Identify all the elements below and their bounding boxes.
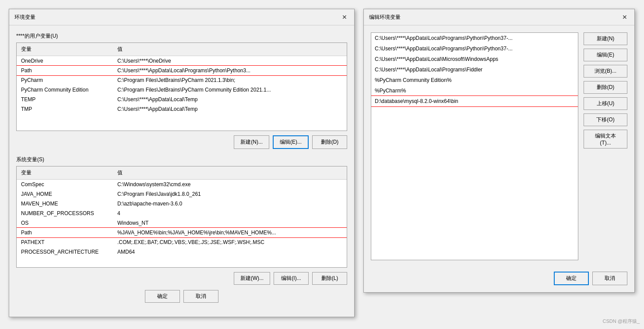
edit-new-button[interactable]: 新建(N) bbox=[584, 32, 627, 45]
user-table-row[interactable]: TMP C:\Users\****\AppData\Local\Temp bbox=[17, 104, 347, 114]
system-row-var: Path bbox=[19, 229, 116, 236]
path-list-item[interactable]: %PyCharm% bbox=[371, 85, 578, 96]
system-table-row[interactable]: OS Windows_NT bbox=[17, 218, 347, 228]
system-new-button[interactable]: 新建(W)... bbox=[234, 272, 270, 285]
env-dialog-title: 环境变量 bbox=[14, 14, 35, 21]
system-row-val: D:\azb\apache-maven-3.6.0 bbox=[116, 200, 344, 207]
system-row-val: Windows_NT bbox=[116, 219, 344, 226]
env-dialog-content: ****的用户变量(U) 变量 值 OneDrive C:\Users\****… bbox=[9, 25, 354, 317]
path-list[interactable]: C:\Users\****\AppData\Local\Programs\Pyt… bbox=[371, 32, 578, 260]
system-table-row[interactable]: Path %JAVA_HOME%\bin;%JAVA_HOME%\jre\bin… bbox=[17, 228, 347, 237]
system-row-var: NUMBER_OF_PROCESSORS bbox=[19, 210, 116, 217]
env-footer-row: 确定 取消 bbox=[16, 285, 347, 310]
user-row-var: PyCharm bbox=[19, 77, 116, 84]
edit-dialog-content: C:\Users\****\AppData\Local\Programs\Pyt… bbox=[364, 25, 634, 267]
user-table-row[interactable]: TEMP C:\Users\****\AppData\Local\Temp bbox=[17, 95, 347, 104]
user-table-row[interactable]: PyCharm C:\Program Files\JetBrains\PyCha… bbox=[17, 75, 347, 85]
user-row-var: Path bbox=[19, 67, 116, 74]
path-list-item[interactable]: C:\Users\****\AppData\Local\Programs\Pyt… bbox=[371, 43, 578, 54]
system-table-row[interactable]: PROCESSOR_ARCHITECTURE AMD64 bbox=[17, 247, 347, 257]
watermark-text: CSDN @程序猿_ bbox=[602, 318, 640, 325]
user-new-button[interactable]: 新建(N)... bbox=[234, 135, 269, 149]
path-list-item[interactable]: C:\Users\****\AppData\Local\Programs\Fid… bbox=[371, 64, 578, 75]
user-section-label: ****的用户变量(U) bbox=[16, 32, 347, 40]
user-row-var: TMP bbox=[19, 106, 116, 113]
system-btn-row: 新建(W)... 编辑(I)... 删除(L) bbox=[16, 272, 347, 285]
edit-env-dialog: 编辑环境变量 ✕ C:\Users\****\AppData\Local\Pro… bbox=[363, 9, 635, 293]
system-table-row[interactable]: ComSpec C:\Windows\system32\cmd.exe bbox=[17, 180, 347, 189]
edit-edittext-button[interactable]: 编辑文本(T)... bbox=[584, 130, 627, 149]
system-row-var: OS bbox=[19, 219, 116, 226]
user-table-body[interactable]: OneDrive C:\Users\****\OneDrive Path C:\… bbox=[17, 56, 347, 131]
user-table-row[interactable]: Path C:\Users\****\AppData\Local\Program… bbox=[17, 66, 347, 75]
edit-delete-button[interactable]: 删除(D) bbox=[584, 81, 627, 94]
system-delete-button[interactable]: 删除(L) bbox=[312, 272, 347, 285]
system-table-body[interactable]: ComSpec C:\Windows\system32\cmd.exe JAVA… bbox=[17, 180, 347, 267]
user-row-var: PyCharm Community Edition bbox=[19, 86, 116, 93]
path-list-item[interactable]: D:\database\mysql-8.2.0-winx64\bin bbox=[371, 96, 578, 106]
user-btn-row: 新建(N)... 编辑(E)... 删除(D) bbox=[16, 135, 347, 149]
system-header-var: 变量 bbox=[19, 168, 116, 177]
user-header-val: 值 bbox=[116, 45, 344, 54]
env-ok-button[interactable]: 确定 bbox=[145, 290, 180, 303]
system-row-val: .COM;.EXE;.BAT;.CMD;.VBS;.VBE;.JS;.JSE;.… bbox=[116, 239, 344, 246]
user-row-var: TEMP bbox=[19, 96, 116, 103]
system-row-val: C:\Windows\system32\cmd.exe bbox=[116, 181, 344, 188]
env-cancel-button[interactable]: 取消 bbox=[183, 290, 218, 303]
system-variables-table: 变量 值 ComSpec C:\Windows\system32\cmd.exe… bbox=[16, 166, 347, 268]
edit-browse-button[interactable]: 浏览(B)... bbox=[584, 65, 627, 78]
system-row-var: PATHEXT bbox=[19, 239, 116, 246]
user-table-row[interactable]: PyCharm Community Edition C:\Program Fil… bbox=[17, 85, 347, 95]
path-list-item[interactable]: C:\Users\****\AppData\Local\Microsoft\Wi… bbox=[371, 54, 578, 64]
system-edit-button[interactable]: 编辑(I)... bbox=[274, 272, 309, 285]
edit-edit-button[interactable]: 编辑(E) bbox=[584, 49, 627, 61]
system-row-var: JAVA_HOME bbox=[19, 191, 116, 198]
user-row-val: C:\Users\****\AppData\Local\Temp bbox=[116, 106, 344, 113]
system-section-label: 系统变量(S) bbox=[16, 156, 347, 163]
user-table-row[interactable]: OneDrive C:\Users\****\OneDrive bbox=[17, 56, 347, 66]
edit-dialog-titlebar: 编辑环境变量 ✕ bbox=[364, 9, 634, 25]
system-table-header: 变量 值 bbox=[17, 166, 347, 180]
system-row-var: ComSpec bbox=[19, 181, 116, 188]
edit-dialog-close-button[interactable]: ✕ bbox=[620, 13, 629, 21]
user-row-val: C:\Users\****\OneDrive bbox=[116, 57, 344, 64]
edit-dialog-title: 编辑环境变量 bbox=[369, 14, 401, 21]
edit-ok-button[interactable]: 确定 bbox=[554, 272, 589, 285]
system-table-row[interactable]: PATHEXT .COM;.EXE;.BAT;.CMD;.VBS;.VBE;.J… bbox=[17, 237, 347, 247]
edit-cancel-button[interactable]: 取消 bbox=[592, 272, 627, 285]
env-variables-dialog: 环境变量 ✕ ****的用户变量(U) 变量 值 OneDrive C:\Use… bbox=[9, 9, 355, 317]
env-dialog-close-button[interactable]: ✕ bbox=[340, 13, 349, 21]
system-row-var: MAVEN_HOME bbox=[19, 200, 116, 207]
edit-footer-row: 确定 取消 bbox=[364, 267, 634, 292]
system-table-row[interactable]: NUMBER_OF_PROCESSORS 4 bbox=[17, 209, 347, 218]
env-dialog-titlebar: 环境变量 ✕ bbox=[9, 9, 354, 25]
system-row-var: PROCESSOR_ARCHITECTURE bbox=[19, 248, 116, 255]
user-row-var: OneDrive bbox=[19, 57, 116, 64]
system-row-val: C:\Program Files\Java\jdk1.8.0_261 bbox=[116, 191, 344, 198]
system-header-val: 值 bbox=[116, 168, 344, 177]
system-row-val: %JAVA_HOME%\bin;%JAVA_HOME%\jre\bin;%MAV… bbox=[116, 229, 344, 236]
user-delete-button[interactable]: 删除(D) bbox=[312, 135, 347, 149]
edit-moveup-button[interactable]: 上移(U) bbox=[584, 97, 627, 110]
edit-movedown-button[interactable]: 下移(O) bbox=[584, 113, 627, 126]
edit-btn-col: 新建(N) 编辑(E) 浏览(B)... 删除(D) 上移(U) 下移(O) 编… bbox=[584, 32, 627, 260]
user-variables-table: 变量 值 OneDrive C:\Users\****\OneDrive Pat… bbox=[16, 42, 347, 131]
system-table-row[interactable]: MAVEN_HOME D:\azb\apache-maven-3.6.0 bbox=[17, 199, 347, 209]
system-row-val: AMD64 bbox=[116, 248, 344, 255]
user-table-header: 变量 值 bbox=[17, 43, 347, 56]
path-list-item[interactable]: %PyCharm Community Edition% bbox=[371, 75, 578, 85]
system-row-val: 4 bbox=[116, 210, 344, 217]
path-list-item[interactable]: C:\Users\****\AppData\Local\Programs\Pyt… bbox=[371, 33, 578, 43]
user-row-val: C:\Users\****\AppData\Local\Programs\Pyt… bbox=[116, 67, 344, 74]
user-row-val: C:\Program Files\JetBrains\PyCharm Commu… bbox=[116, 86, 344, 93]
user-header-var: 变量 bbox=[19, 45, 116, 54]
user-row-val: C:\Users\****\AppData\Local\Temp bbox=[116, 96, 344, 103]
user-row-val: C:\Program Files\JetBrains\PyCharm 2021.… bbox=[116, 77, 344, 84]
user-edit-button[interactable]: 编辑(E)... bbox=[273, 135, 309, 149]
system-table-row[interactable]: JAVA_HOME C:\Program Files\Java\jdk1.8.0… bbox=[17, 189, 347, 199]
